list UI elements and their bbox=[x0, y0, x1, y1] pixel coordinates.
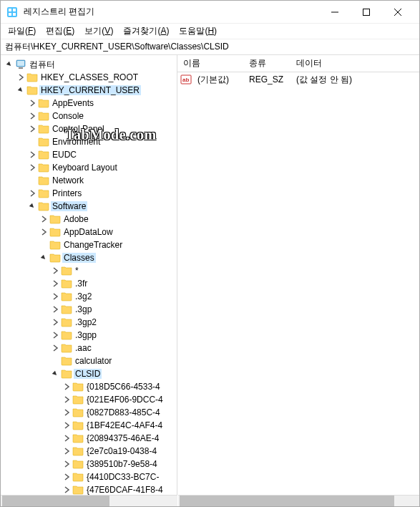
tree-label: .aac bbox=[74, 343, 93, 353]
collapse-icon[interactable] bbox=[38, 254, 49, 261]
tree-label: {389510b7-9e58-4 bbox=[85, 459, 159, 469]
expand-icon[interactable] bbox=[61, 448, 72, 455]
tree-3gp2[interactable]: .3gp2 bbox=[1, 316, 177, 329]
expand-icon[interactable] bbox=[49, 293, 61, 300]
tree-network[interactable]: Network bbox=[1, 174, 177, 187]
menu-view[interactable]: 보기(V) bbox=[80, 24, 117, 39]
tree-console[interactable]: Console bbox=[1, 110, 177, 122]
expand-icon[interactable] bbox=[38, 228, 49, 236]
expand-icon[interactable] bbox=[49, 306, 61, 313]
expand-icon[interactable] bbox=[49, 267, 61, 274]
tree-environment[interactable]: Environment bbox=[1, 135, 177, 148]
tree-hkcr[interactable]: HKEY_CLASSES_ROOT bbox=[1, 71, 177, 84]
list-header: 이름 종류 데이터 bbox=[177, 55, 419, 72]
tree-clsid-child-3[interactable]: {1BF42E4C-4AF4-4 bbox=[1, 419, 177, 432]
expand-icon[interactable] bbox=[61, 473, 72, 481]
tree-keyboardlayout[interactable]: Keyboard Layout bbox=[1, 161, 177, 174]
close-button[interactable] bbox=[382, 1, 414, 23]
tree-label: HKEY_CLASSES_ROOT bbox=[39, 72, 140, 82]
tree-3g2[interactable]: .3g2 bbox=[1, 290, 177, 303]
collapse-icon[interactable] bbox=[15, 87, 26, 94]
menu-favorites[interactable]: 즐겨찾기(A) bbox=[119, 24, 173, 39]
list-pane[interactable]: 이름 종류 데이터 (기본값) REG_SZ (값 설정 안 됨) bbox=[177, 55, 419, 506]
expand-icon[interactable] bbox=[61, 460, 72, 468]
window-title: 레지스트리 편집기 bbox=[24, 6, 319, 18]
tree-label: Network bbox=[51, 175, 85, 185]
tree-hkcu[interactable]: HKEY_CURRENT_USER bbox=[1, 84, 177, 97]
collapse-icon[interactable] bbox=[49, 370, 61, 377]
expand-icon[interactable] bbox=[61, 486, 72, 493]
column-header-name[interactable]: 이름 bbox=[177, 55, 243, 72]
tree-3gp[interactable]: .3gp bbox=[1, 303, 177, 316]
tree-label: Adobe bbox=[62, 214, 90, 224]
window-controls bbox=[319, 1, 414, 23]
minimize-button[interactable] bbox=[319, 1, 351, 23]
tree-clsid-child-7[interactable]: {4410DC33-BC7C- bbox=[1, 470, 177, 483]
expand-icon[interactable] bbox=[38, 216, 49, 223]
tree-star[interactable]: * bbox=[1, 264, 177, 277]
tree-printers[interactable]: Printers bbox=[1, 187, 177, 200]
tree-adobe[interactable]: Adobe bbox=[1, 213, 177, 226]
tree-appdatalow[interactable]: AppDataLow bbox=[1, 226, 177, 238]
tree-appevents[interactable]: AppEvents bbox=[1, 97, 177, 110]
list-row[interactable]: (기본값) REG_SZ (값 설정 안 됨) bbox=[177, 72, 419, 87]
expand-icon[interactable] bbox=[49, 344, 61, 352]
tree-3gpp[interactable]: .3gpp bbox=[1, 329, 177, 342]
tree-software[interactable]: Software bbox=[1, 200, 177, 213]
collapse-icon[interactable] bbox=[26, 203, 38, 210]
expand-icon[interactable] bbox=[49, 319, 61, 326]
tree-clsid-child-5[interactable]: {2e7c0a19-0438-4 bbox=[1, 445, 177, 458]
svg-rect-2 bbox=[13, 9, 16, 11]
expand-icon[interactable] bbox=[49, 280, 61, 287]
tree-eudc[interactable]: EUDC bbox=[1, 148, 177, 161]
menu-edit[interactable]: 편집(E) bbox=[41, 24, 79, 39]
expand-icon[interactable] bbox=[26, 125, 38, 132]
tree-3fr[interactable]: .3fr bbox=[1, 277, 177, 290]
tree-scrollbar-horizontal[interactable] bbox=[1, 495, 177, 506]
column-header-type[interactable]: 종류 bbox=[243, 55, 290, 72]
tree-controlpanel[interactable]: Control Panel bbox=[1, 122, 177, 135]
expand-icon[interactable] bbox=[26, 164, 38, 171]
maximize-button[interactable] bbox=[351, 1, 382, 23]
expand-icon[interactable] bbox=[49, 332, 61, 339]
expand-icon[interactable] bbox=[61, 422, 72, 429]
tree-calculator[interactable]: calculator bbox=[1, 354, 177, 367]
tree-classes[interactable]: Classes bbox=[1, 251, 177, 264]
tree-aac[interactable]: .aac bbox=[1, 342, 177, 354]
svg-rect-6 bbox=[363, 9, 370, 15]
tree-label: HKEY_CURRENT_USER bbox=[39, 85, 141, 95]
expand-icon[interactable] bbox=[26, 112, 38, 120]
expand-icon[interactable] bbox=[26, 151, 38, 158]
tree-changetracker[interactable]: ChangeTracker bbox=[1, 238, 177, 251]
tree-clsid-child-4[interactable]: {20894375-46AE-4 bbox=[1, 432, 177, 445]
tree-clsid-child-0[interactable]: {018D5C66-4533-4 bbox=[1, 380, 177, 393]
expand-icon[interactable] bbox=[61, 383, 72, 390]
expand-icon[interactable] bbox=[15, 74, 26, 81]
tree-label: Keyboard Layout bbox=[51, 163, 119, 173]
string-value-icon bbox=[180, 74, 192, 85]
expand-icon[interactable] bbox=[61, 396, 72, 403]
tree-clsid[interactable]: CLSID bbox=[1, 367, 177, 380]
menu-file[interactable]: 파일(F) bbox=[4, 24, 40, 39]
tree-label: 컴퓨터 bbox=[28, 59, 57, 71]
column-header-data[interactable]: 데이터 bbox=[290, 55, 419, 72]
expand-icon[interactable] bbox=[61, 435, 72, 442]
titlebar: 레지스트리 편집기 bbox=[1, 1, 419, 24]
tree-label: {0827D883-485C-4 bbox=[85, 407, 162, 417]
tree-label: .3gpp bbox=[74, 330, 98, 340]
tree-label: CLSID bbox=[74, 369, 102, 379]
expand-icon[interactable] bbox=[61, 409, 72, 416]
expand-icon[interactable] bbox=[26, 100, 38, 107]
address-bar[interactable]: 컴퓨터\HKEY_CURRENT_USER\Software\Classes\C… bbox=[1, 39, 419, 55]
tree-root-computer[interactable]: 컴퓨터 bbox=[1, 58, 177, 71]
expand-icon[interactable] bbox=[26, 190, 38, 197]
list-scrollbar-horizontal[interactable] bbox=[178, 495, 419, 506]
tree-clsid-child-6[interactable]: {389510b7-9e58-4 bbox=[1, 458, 177, 470]
collapse-icon[interactable] bbox=[4, 61, 15, 68]
tree-clsid-child-2[interactable]: {0827D883-485C-4 bbox=[1, 406, 177, 419]
tree-clsid-child-1[interactable]: {021E4F06-9DCC-4 bbox=[1, 393, 177, 406]
tree-pane[interactable]: 컴퓨터HKEY_CLASSES_ROOTHKEY_CURRENT_USERApp… bbox=[1, 55, 177, 506]
menu-help[interactable]: 도움말(H) bbox=[175, 24, 221, 39]
tree-label: ChangeTracker bbox=[62, 240, 124, 250]
value-data: (값 설정 안 됨) bbox=[292, 74, 419, 86]
